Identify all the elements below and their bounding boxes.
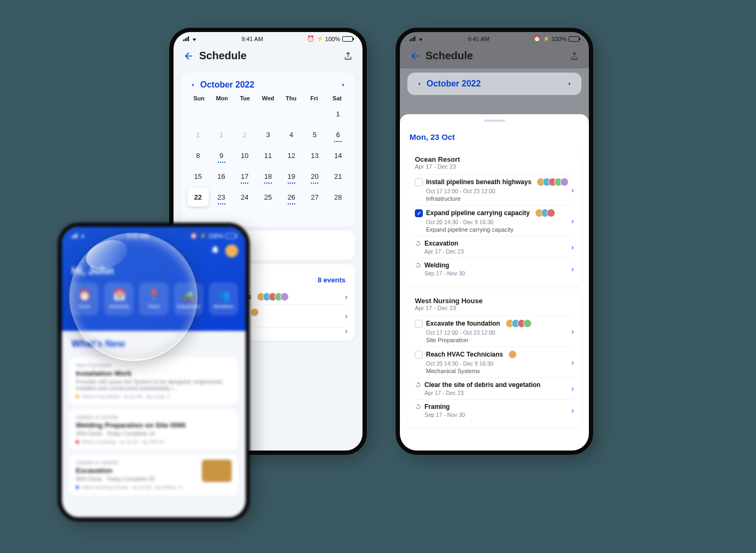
day-cell[interactable]: 1 <box>327 105 349 123</box>
recurring-icon <box>415 382 421 388</box>
task-item[interactable]: Expand pipeline carrying capacity Oct 20… <box>415 205 574 236</box>
nav-tile-clock[interactable]: ⏰ Clock <box>69 282 99 315</box>
alarm-icon: ⏰ <box>190 232 198 239</box>
avatar <box>560 178 569 186</box>
recurring-icon <box>415 404 421 410</box>
sheet-handle[interactable] <box>484 120 505 122</box>
subtask-item[interactable]: Welding Sep 17 - Nov 30 › <box>415 258 574 280</box>
day-cell[interactable]: 21 <box>327 167 349 186</box>
day-cell[interactable] <box>187 105 209 123</box>
day-cell[interactable]: 11 <box>257 146 279 165</box>
page-header: Schedule <box>174 43 363 68</box>
day-cell[interactable]: 1 <box>187 125 209 144</box>
project-name: Ocean Resort <box>415 155 574 163</box>
day-cell[interactable]: 1 <box>211 125 232 144</box>
day-cell[interactable]: 10 <box>234 146 255 165</box>
subtask-item[interactable]: Clear the site of debris and vegetation … <box>415 377 574 399</box>
back-arrow-icon[interactable] <box>410 51 420 61</box>
month-label[interactable]: October 2022 <box>200 80 254 90</box>
day-cell[interactable] <box>257 209 279 219</box>
day-cell[interactable] <box>211 209 232 219</box>
feed-card[interactable]: Update on activity Excavation 90% Done ·… <box>69 454 238 495</box>
nav-tile-schedule[interactable]: 📅 Schedule <box>104 282 133 315</box>
task-checkbox[interactable] <box>415 178 423 186</box>
day-cell[interactable]: 23 <box>211 188 232 207</box>
alarm-icon: ⏰ <box>533 35 541 42</box>
task-checkbox[interactable] <box>415 320 423 328</box>
day-cell[interactable]: 6 <box>327 125 349 144</box>
bluetooth-icon: ⚡ <box>543 36 549 42</box>
share-icon[interactable] <box>570 51 579 61</box>
phone-home: 9:41 AM ⏰ ⚡ 100% Hi, John ⏰ Clock 📅 Sche… <box>58 223 250 522</box>
back-arrow-icon[interactable] <box>183 51 194 61</box>
day-cell[interactable]: 28 <box>327 188 349 207</box>
day-cell[interactable]: 8 <box>187 146 209 165</box>
next-month-button[interactable] <box>566 81 573 87</box>
day-cell[interactable]: 2 <box>234 125 255 144</box>
nav-tile-equipment[interactable]: 🚜 Equipment <box>174 282 203 315</box>
day-cell[interactable]: 3 <box>257 125 279 144</box>
day-cell[interactable]: 13 <box>304 146 326 165</box>
task-time: Oct 20 14:30 - Dec 9 16:30 <box>426 360 574 367</box>
nav-tiles: ⏰ Clock 📅 Schedule 📍 Track 🚜 Equipment 👥… <box>62 282 246 315</box>
day-cell[interactable] <box>234 209 255 219</box>
day-cell[interactable]: 17 <box>234 167 255 186</box>
days-grid[interactable]: 1112345689101112131415161718192021222324… <box>187 105 349 219</box>
events-count[interactable]: 8 events <box>318 276 345 284</box>
day-cell[interactable]: 4 <box>281 125 302 144</box>
day-cell[interactable] <box>257 105 279 123</box>
day-cell[interactable] <box>187 209 209 219</box>
feed-card[interactable]: New Comment Installation Work Provider w… <box>69 357 238 405</box>
day-cell[interactable]: 15 <box>187 167 209 186</box>
tile-label: Schedule <box>109 304 129 309</box>
day-cell[interactable] <box>281 209 302 219</box>
day-cell[interactable]: 9 <box>211 146 232 165</box>
avatar <box>547 209 555 217</box>
prev-month-button[interactable] <box>190 82 196 88</box>
day-cell[interactable]: 25 <box>257 188 279 207</box>
share-icon[interactable] <box>343 51 353 61</box>
day-cell[interactable]: 16 <box>211 167 232 186</box>
chevron-right-icon: › <box>571 327 574 336</box>
nav-tile-members[interactable]: 👥 Members <box>209 282 238 315</box>
next-month-button[interactable] <box>340 82 346 88</box>
day-cell[interactable] <box>304 209 326 219</box>
subtask-title: Excavation <box>424 240 458 247</box>
task-item[interactable]: Excavate the foundation Oct 17 12:00 - O… <box>415 315 574 346</box>
avatar[interactable] <box>225 244 238 257</box>
day-cell[interactable]: 14 <box>327 146 349 165</box>
day-cell[interactable]: 5 <box>304 125 326 144</box>
equipment-icon: 🚜 <box>182 289 195 302</box>
battery-percent: 100% <box>208 233 223 239</box>
day-cell[interactable]: 18 <box>257 167 279 186</box>
task-checkbox[interactable] <box>415 351 423 359</box>
day-cell[interactable] <box>234 105 255 123</box>
day-cell[interactable] <box>304 105 326 123</box>
task-checkbox[interactable] <box>415 209 423 217</box>
alarm-icon: ⏰ <box>307 35 314 42</box>
bell-icon[interactable] <box>210 244 220 254</box>
day-cell[interactable] <box>327 209 349 219</box>
day-cell[interactable]: 22 <box>187 188 209 207</box>
day-cell[interactable]: 19 <box>281 167 302 186</box>
feed-card[interactable]: Update on activity Welding Preparation o… <box>69 409 238 450</box>
prev-month-button[interactable] <box>416 81 422 87</box>
subtask-title: Clear the site of debris and vegetation <box>424 381 540 389</box>
subtask-item[interactable]: Excavation Apr 17 - Dec 23 › <box>415 236 574 258</box>
task-item[interactable]: Reach HVAC Technicians Oct 20 14:30 - De… <box>415 346 574 377</box>
task-item[interactable]: Install pipelines beneath highways Oct 1… <box>415 174 574 205</box>
status-time: 9:41 AM <box>127 233 148 239</box>
nav-tile-track[interactable]: 📍 Track <box>139 282 168 315</box>
day-cell[interactable] <box>211 105 232 123</box>
members-icon: 👥 <box>217 289 230 302</box>
day-cell[interactable]: 20 <box>304 167 326 186</box>
day-cell[interactable]: 26 <box>281 188 302 207</box>
day-cell[interactable]: 12 <box>281 146 302 165</box>
day-cell[interactable] <box>281 105 302 123</box>
phone-schedule-tasklist: 9:41 AM ⏰ ⚡ 100% Schedule October 2022 M… <box>396 28 593 455</box>
day-cell[interactable]: 24 <box>234 188 255 207</box>
day-cell[interactable]: 27 <box>304 188 326 207</box>
month-label[interactable]: October 2022 <box>427 79 481 89</box>
subtask-item[interactable]: Framing Sep 17 - Nov 30 › <box>415 399 574 421</box>
task-time: Oct 17 12:00 - Oct 23 12:00 <box>426 329 574 336</box>
